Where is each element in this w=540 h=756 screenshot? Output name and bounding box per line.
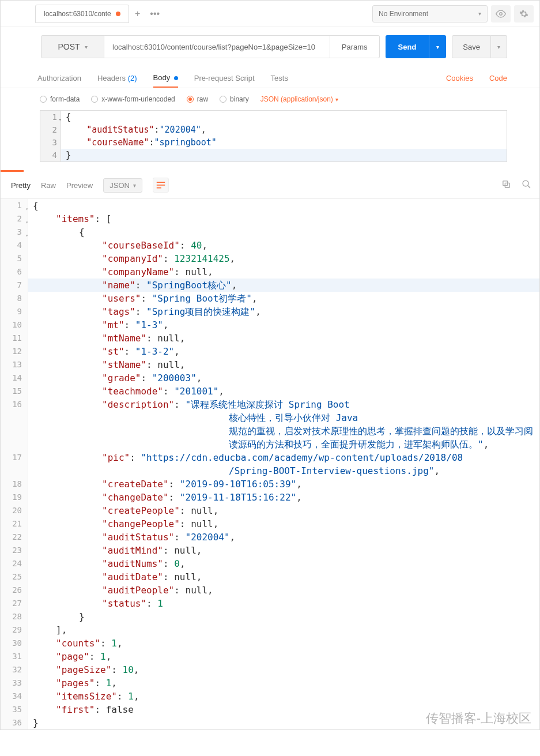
environment-select[interactable]: No Environment ▾	[372, 5, 488, 22]
request-body-editor[interactable]: 1▾{ 2 "auditStatus":"202004", 3 "courseN…	[40, 110, 507, 162]
save-button[interactable]: Save	[452, 35, 491, 58]
content-type-label: JSON (application/json)	[260, 95, 333, 103]
svg-line-7	[528, 186, 530, 188]
tab-body[interactable]: Body	[153, 69, 178, 88]
search-button[interactable]	[522, 179, 531, 191]
chevron-down-icon: ▾	[133, 182, 136, 189]
params-label: Params	[342, 43, 368, 51]
tab-title: localhost:63010/conte	[44, 10, 111, 18]
send-group: Send ▾	[386, 35, 447, 58]
view-raw[interactable]: Raw	[41, 181, 56, 190]
view-pretty[interactable]: Pretty	[11, 181, 31, 190]
save-dropdown-button[interactable]: ▾	[491, 35, 507, 58]
tab-headers-label: Headers	[97, 74, 126, 82]
request-row: POST ▾ localhost:63010/content/course/li…	[1, 27, 539, 66]
tab-tests[interactable]: Tests	[271, 69, 288, 87]
content-type-select[interactable]: JSON (application/json) ▾	[260, 95, 338, 103]
send-dropdown-button[interactable]: ▾	[429, 35, 446, 58]
url-value: localhost:63010/content/course/list?page…	[112, 43, 315, 51]
headers-count: (2)	[128, 74, 137, 82]
response-format-select[interactable]: JSON ▾	[103, 178, 142, 193]
response-body[interactable]: 1▾{ 2▾"items": [ 3▾{ 4"courseBaseId": 40…	[1, 199, 539, 729]
method-select[interactable]: POST ▾	[41, 35, 104, 58]
response-format-label: JSON	[109, 181, 130, 190]
radio-icon	[220, 96, 226, 103]
chevron-down-icon: ▾	[478, 10, 481, 17]
view-preview[interactable]: Preview	[66, 181, 93, 190]
radio-binary[interactable]: binary	[220, 95, 249, 103]
radio-icon	[187, 96, 194, 103]
copy-button[interactable]	[501, 179, 511, 191]
app-root: localhost:63010/conte + ••• No Environme…	[0, 0, 540, 730]
gear-icon	[519, 9, 528, 18]
cookies-link[interactable]: Cookies	[446, 74, 473, 82]
search-icon	[522, 179, 531, 189]
settings-button[interactable]	[514, 5, 534, 22]
radio-form-data[interactable]: form-data	[40, 95, 80, 103]
copy-icon	[501, 179, 511, 189]
params-button[interactable]: Params	[330, 35, 380, 58]
tab-prerequest[interactable]: Pre-request Script	[194, 69, 255, 87]
wrap-icon	[156, 181, 165, 189]
tab-headers[interactable]: Headers (2)	[97, 69, 137, 87]
tab-menu-button[interactable]: •••	[146, 5, 164, 22]
new-tab-button[interactable]: +	[129, 5, 146, 22]
svg-point-6	[523, 180, 528, 186]
url-input[interactable]: localhost:63010/content/course/list?page…	[104, 35, 330, 58]
save-label: Save	[463, 43, 480, 51]
code-link[interactable]: Code	[489, 74, 507, 82]
environment-quicklook-button[interactable]	[491, 5, 511, 22]
chevron-down-icon: ▾	[436, 44, 439, 50]
response-toolbar: Pretty Raw Preview JSON ▾	[1, 172, 539, 199]
radio-icon	[91, 96, 98, 103]
send-label: Send	[398, 43, 417, 51]
radio-raw[interactable]: raw	[187, 95, 208, 103]
request-subtabs: Authorization Headers (2) Body Pre-reque…	[1, 66, 539, 88]
body-indicator-icon	[174, 76, 178, 80]
radio-xwww[interactable]: x-www-form-urlencoded	[91, 95, 175, 103]
request-tab[interactable]: localhost:63010/conte	[35, 5, 129, 23]
tab-authorization[interactable]: Authorization	[37, 69, 81, 87]
wrap-lines-button[interactable]	[153, 178, 169, 193]
eye-icon	[496, 9, 506, 19]
top-bar: localhost:63010/conte + ••• No Environme…	[1, 1, 539, 27]
radio-icon	[40, 96, 47, 103]
svg-point-0	[500, 12, 503, 15]
chevron-down-icon: ▾	[497, 44, 500, 50]
body-type-options: form-data x-www-form-urlencoded raw bina…	[1, 88, 539, 110]
send-button[interactable]: Send	[386, 35, 429, 58]
method-label: POST	[58, 42, 80, 51]
environment-label: No Environment	[379, 10, 428, 18]
request-tabs-strip: localhost:63010/conte + •••	[1, 5, 372, 23]
unsaved-dot-icon	[116, 12, 120, 16]
environment-controls: No Environment ▾	[372, 5, 539, 22]
chevron-down-icon: ▾	[85, 44, 88, 50]
save-group: Save ▾	[452, 35, 507, 58]
tab-body-label: Body	[153, 73, 171, 82]
chevron-down-icon: ▾	[335, 96, 338, 103]
